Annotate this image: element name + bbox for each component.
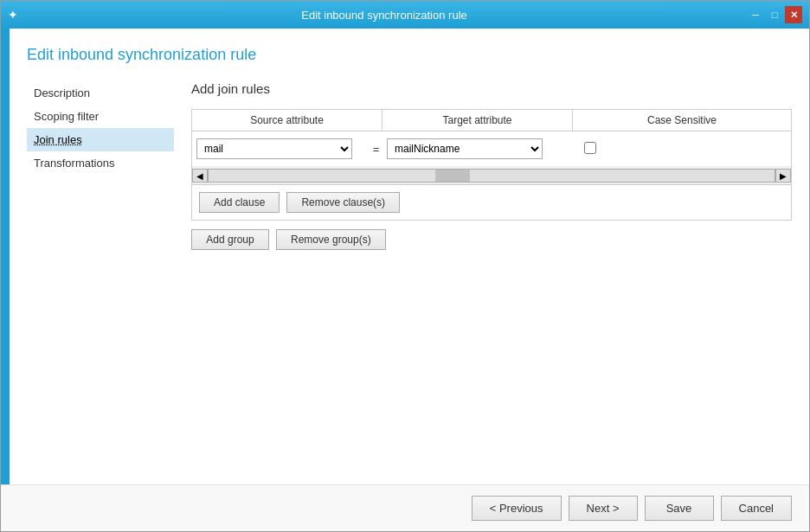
add-group-button[interactable]: Add group <box>191 229 269 250</box>
save-button[interactable]: Save <box>645 496 714 521</box>
next-button[interactable]: Next > <box>569 496 638 521</box>
header-case: Case Sensitive <box>573 110 791 131</box>
target-attribute-select[interactable]: mailNickname <box>387 138 543 159</box>
header-source: Source attribute <box>192 110 382 131</box>
main-window: ✦ Edit inbound synchronization rule ─ □ … <box>0 0 810 532</box>
scroll-thumb[interactable] <box>435 170 470 182</box>
form-panel: Add join rules Source attribute Target a… <box>191 81 792 467</box>
nav-item-join-rules[interactable]: Join rules <box>27 128 174 151</box>
source-attribute-select[interactable]: mail <box>196 138 352 159</box>
cancel-button[interactable]: Cancel <box>721 496 792 521</box>
clause-buttons: Add clause Remove clause(s) <box>192 185 791 220</box>
table-row: mail = mailNickname <box>192 131 791 167</box>
group-buttons: Add group Remove group(s) <box>191 229 792 250</box>
nav-panel: Description Scoping filter Join rules Tr… <box>27 81 174 467</box>
left-accent-bar <box>1 29 10 484</box>
previous-button[interactable]: < Previous <box>472 496 562 521</box>
app-icon: ✦ <box>8 8 22 22</box>
horizontal-scrollbar: ◀ ▶ <box>192 167 791 185</box>
scroll-left-button[interactable]: ◀ <box>192 169 208 183</box>
scroll-track[interactable] <box>208 169 775 183</box>
case-sensitive-checkbox[interactable] <box>584 142 596 154</box>
scroll-right-button[interactable]: ▶ <box>775 169 791 183</box>
add-clause-button[interactable]: Add clause <box>199 192 280 213</box>
nav-item-description[interactable]: Description <box>27 81 174 105</box>
header-target: Target attribute <box>382 110 573 131</box>
nav-item-transformations[interactable]: Transformations <box>27 151 174 175</box>
minimize-button[interactable]: ─ <box>747 6 764 23</box>
footer: < Previous Next > Save Cancel <box>1 484 809 531</box>
equals-sign: = <box>365 143 387 156</box>
close-button[interactable]: ✕ <box>785 6 802 23</box>
target-cell: mailNickname <box>387 138 560 159</box>
table-header: Source attribute Target attribute Case S… <box>192 110 791 131</box>
maximize-button[interactable]: □ <box>766 6 783 23</box>
window-controls: ─ □ ✕ <box>747 6 802 23</box>
case-sensitive-cell <box>560 142 620 157</box>
remove-group-button[interactable]: Remove group(s) <box>276 229 386 250</box>
page-title: Edit inbound synchronization rule <box>27 46 792 64</box>
source-cell: mail <box>196 138 365 159</box>
content-body: Description Scoping filter Join rules Tr… <box>27 81 792 467</box>
content-area: Edit inbound synchronization rule Descri… <box>1 29 809 484</box>
window-title: Edit inbound synchronization rule <box>22 9 747 22</box>
title-bar: ✦ Edit inbound synchronization rule ─ □ … <box>1 1 809 29</box>
main-content: Edit inbound synchronization rule Descri… <box>10 29 809 484</box>
section-title: Add join rules <box>191 81 792 96</box>
remove-clause-button[interactable]: Remove clause(s) <box>286 192 400 213</box>
nav-item-scoping-filter[interactable]: Scoping filter <box>27 105 174 128</box>
join-rules-table: Source attribute Target attribute Case S… <box>191 109 792 221</box>
